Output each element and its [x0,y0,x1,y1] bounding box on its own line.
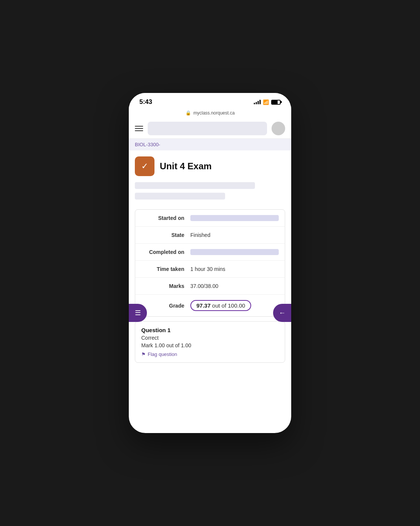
completed-on-value [190,249,279,255]
exam-icon: ✓ [135,156,154,176]
grade-row: Grade 97.37 out of 100.00 [135,295,285,316]
breadcrumb[interactable]: BIOL-3300- [129,139,291,150]
signal-icon [254,100,261,104]
page-header: ✓ Unit 4 Exam [129,150,291,182]
status-bar: 5:43 📶 [129,93,291,109]
page-title: Unit 4 Exam [160,161,212,172]
time-taken-row: Time taken 1 hour 30 mins [135,261,285,278]
lock-icon: 🔒 [185,110,191,116]
battery-icon [271,100,281,105]
grade-circle: 97.37 out of 100.00 [190,300,251,311]
marks-value: 37.00/38.00 [190,283,279,289]
flag-icon: ⚑ [141,351,146,357]
status-time: 5:43 [139,98,152,106]
menu-float-button[interactable]: ☰ [129,304,147,322]
menu-float-icon: ☰ [135,309,141,317]
nav-bar [129,119,291,139]
grade-score: 97.37 [196,302,211,309]
time-taken-value: 1 hour 30 mins [190,266,279,272]
nav-search-area [148,122,267,135]
phone-frame: 5:43 📶 🔒 myclass.norquest.ca BIOL-3300- [129,93,291,433]
state-label: State [141,232,190,238]
content-placeholders [129,182,291,200]
wifi-icon: 📶 [263,99,269,105]
question-number: 1 [167,327,170,333]
flag-question-button[interactable]: ⚑ Flag question [141,351,279,357]
started-on-row: Started on [135,210,285,227]
placeholder-1 [135,182,255,189]
grade-label: Grade [141,303,190,309]
question-label: Question [141,327,166,333]
status-icons: 📶 [254,99,281,105]
state-value: Finished [190,232,279,238]
back-float-button[interactable]: ← [273,304,291,322]
back-float-icon: ← [279,309,286,317]
grade-suffix: out of 100.00 [212,302,246,309]
question-title: Question 1 [141,327,279,333]
details-table: Started on State Finished Completed on T… [135,209,285,317]
question-status: Correct [141,335,279,341]
flag-question-label: Flag question [148,351,177,357]
question-card: Question 1 Correct Mark 1.00 out of 1.00… [135,321,285,363]
completed-on-row: Completed on [135,244,285,261]
marks-row: Marks 37.00/38.00 [135,278,285,295]
exam-icon-symbol: ✓ [141,161,148,171]
avatar [272,122,285,135]
state-row: State Finished [135,227,285,244]
question-mark: Mark 1.00 out of 1.00 [141,342,279,348]
time-taken-label: Time taken [141,266,190,272]
placeholder-2 [135,193,225,200]
url-text: myclass.norquest.ca [193,110,235,116]
started-on-value [190,215,279,221]
marks-label: Marks [141,283,190,289]
address-bar: 🔒 myclass.norquest.ca [129,109,291,119]
started-on-label: Started on [141,215,190,221]
completed-on-label: Completed on [141,249,190,255]
hamburger-menu[interactable] [135,126,143,131]
